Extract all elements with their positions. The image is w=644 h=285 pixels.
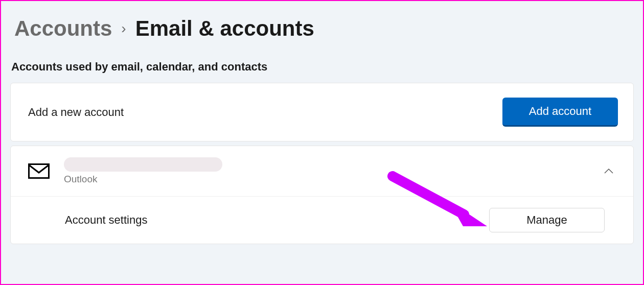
account-settings-row: Account settings Manage <box>11 197 633 244</box>
mail-icon <box>28 163 50 179</box>
account-info: Outlook <box>64 157 600 185</box>
section-heading: Accounts used by email, calendar, and co… <box>10 60 634 74</box>
svg-marker-2 <box>449 201 487 226</box>
account-card: Outlook Account settings Manage <box>10 146 634 244</box>
page-title: Email & accounts <box>135 16 314 41</box>
breadcrumb: Accounts › Email & accounts <box>10 16 634 41</box>
add-account-label: Add a new account <box>28 106 124 119</box>
add-account-row: Add a new account Add account <box>11 83 633 141</box>
collapse-toggle[interactable] <box>600 162 618 180</box>
account-header-row[interactable]: Outlook <box>11 146 633 197</box>
chevron-right-icon: › <box>121 20 126 37</box>
account-name-redacted <box>64 157 222 172</box>
settings-page: Accounts › Email & accounts Accounts use… <box>1 1 643 253</box>
add-account-button[interactable]: Add account <box>502 98 618 127</box>
add-account-card: Add a new account Add account <box>10 83 634 141</box>
svg-rect-0 <box>29 164 49 178</box>
account-settings-label: Account settings <box>65 213 147 227</box>
chevron-up-icon <box>604 168 614 174</box>
manage-button[interactable]: Manage <box>489 208 605 232</box>
breadcrumb-parent[interactable]: Accounts <box>14 16 112 41</box>
account-provider-label: Outlook <box>64 174 600 185</box>
